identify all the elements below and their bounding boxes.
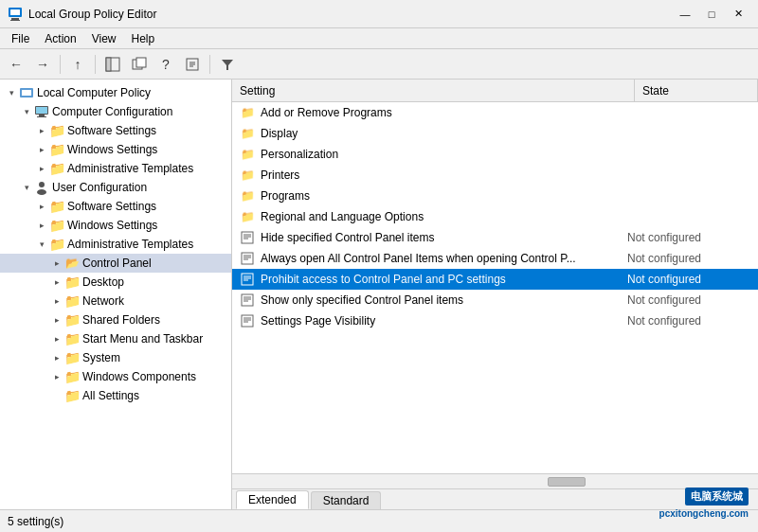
svg-marker-12 bbox=[222, 60, 233, 70]
tree-node-control-panel[interactable]: 📂 Control Panel bbox=[0, 254, 231, 273]
list-item-personalization[interactable]: 📁 Personalization bbox=[232, 144, 758, 165]
minimize-button[interactable]: — bbox=[673, 5, 697, 24]
user-config-label: User Configuration bbox=[52, 181, 147, 194]
title-bar: Local Group Policy Editor — □ ✕ bbox=[0, 0, 758, 28]
item-state-always-open: Not configured bbox=[627, 252, 750, 265]
shared-folders-label: Shared Folders bbox=[82, 313, 160, 327]
col-header-setting[interactable]: Setting bbox=[232, 80, 635, 101]
sw-settings-1-icon: 📁 bbox=[49, 123, 64, 138]
h-scrollbar[interactable] bbox=[232, 473, 758, 488]
tree-node-start-menu[interactable]: 📁 Start Menu and Taskbar bbox=[0, 329, 231, 348]
svg-rect-18 bbox=[37, 116, 46, 117]
list-item-add-remove[interactable]: 📁 Add or Remove Programs bbox=[232, 102, 758, 123]
network-icon: 📁 bbox=[64, 293, 80, 309]
watermark-line1: 电脑系统城 bbox=[685, 488, 749, 505]
admin-templates-1-expander[interactable] bbox=[34, 161, 49, 176]
item-state-prohibit-access: Not configured bbox=[627, 273, 750, 286]
policy-icon-settings-page bbox=[240, 313, 255, 328]
tree-panel[interactable]: Local Computer Policy Computer Configura… bbox=[0, 80, 232, 509]
menu-view[interactable]: View bbox=[84, 30, 124, 46]
win-settings-2-label: Windows Settings bbox=[67, 219, 157, 232]
tree-node-admin-templates-1[interactable]: 📁 Administrative Templates bbox=[0, 159, 231, 178]
back-button[interactable]: ← bbox=[4, 53, 28, 76]
item-name-show-only: Show only specified Control Panel items bbox=[261, 293, 627, 307]
control-panel-expander[interactable] bbox=[49, 256, 64, 271]
tree-node-user-config[interactable]: User Configuration bbox=[0, 178, 231, 197]
toolbar: ← → ↑ ? bbox=[0, 49, 758, 80]
toolbar-separator-2 bbox=[95, 55, 96, 74]
sw-settings-2-icon: 📁 bbox=[49, 199, 64, 214]
system-expander[interactable] bbox=[49, 350, 64, 365]
up-button[interactable]: ↑ bbox=[65, 53, 90, 76]
list-item-settings-page[interactable]: Settings Page Visibility Not configured bbox=[232, 310, 758, 331]
tree-node-computer-config[interactable]: Computer Configuration bbox=[0, 102, 231, 121]
list-item-always-open[interactable]: Always open All Control Panel Items when… bbox=[232, 248, 758, 269]
list-header: Setting State bbox=[232, 80, 758, 102]
tree-node-root[interactable]: Local Computer Policy bbox=[0, 83, 231, 102]
root-expander[interactable] bbox=[4, 85, 19, 100]
win-components-expander[interactable] bbox=[49, 369, 64, 384]
shared-folders-icon: 📁 bbox=[64, 312, 80, 328]
status-bar: 5 setting(s) bbox=[0, 509, 758, 532]
status-text: 5 setting(s) bbox=[8, 515, 63, 528]
admin-templates-2-icon: 📁 bbox=[49, 237, 64, 252]
new-window-button[interactable] bbox=[127, 53, 152, 76]
list-item-prohibit-access[interactable]: Prohibit access to Control Panel and PC … bbox=[232, 269, 758, 290]
sw-settings-2-expander[interactable] bbox=[34, 199, 49, 214]
policy-icon-always-open bbox=[240, 251, 255, 266]
user-icon bbox=[34, 180, 49, 195]
menu-file[interactable]: File bbox=[4, 30, 37, 46]
win-settings-1-expander[interactable] bbox=[34, 142, 49, 157]
tree-node-desktop[interactable]: 📁 Desktop bbox=[0, 273, 231, 292]
forward-button[interactable]: → bbox=[30, 53, 55, 76]
svg-rect-2 bbox=[11, 18, 19, 20]
export-button[interactable] bbox=[180, 53, 205, 76]
network-expander[interactable] bbox=[49, 293, 64, 309]
tree-node-win-settings-2[interactable]: 📁 Windows Settings bbox=[0, 216, 231, 235]
tree-node-shared-folders[interactable]: 📁 Shared Folders bbox=[0, 310, 231, 329]
tree-node-admin-templates-2[interactable]: 📁 Administrative Templates bbox=[0, 235, 231, 254]
tree-node-win-settings-1[interactable]: 📁 Windows Settings bbox=[0, 140, 231, 159]
admin-templates-2-expander[interactable] bbox=[34, 237, 49, 252]
policy-icon-show-only bbox=[240, 293, 255, 308]
tree-node-sw-settings-2[interactable]: 📁 Software Settings bbox=[0, 197, 231, 216]
list-item-printers[interactable]: 📁 Printers bbox=[232, 165, 758, 186]
tree-node-all-settings[interactable]: 📁 All Settings bbox=[0, 386, 231, 405]
close-button[interactable]: ✕ bbox=[726, 5, 750, 24]
shared-folders-expander[interactable] bbox=[49, 312, 64, 328]
menu-help[interactable]: Help bbox=[124, 30, 163, 46]
filter-button[interactable] bbox=[215, 53, 240, 76]
sw-settings-1-expander[interactable] bbox=[34, 123, 49, 138]
h-scrollbar-thumb[interactable] bbox=[548, 477, 586, 487]
desktop-expander[interactable] bbox=[49, 275, 64, 290]
win-settings-1-label: Windows Settings bbox=[67, 143, 157, 156]
svg-rect-29 bbox=[242, 274, 253, 285]
list-item-regional[interactable]: 📁 Regional and Language Options bbox=[232, 206, 758, 227]
svg-rect-7 bbox=[136, 58, 146, 67]
svg-rect-5 bbox=[106, 58, 111, 71]
show-hide-tree-button[interactable] bbox=[100, 53, 125, 76]
tab-extended[interactable]: Extended bbox=[236, 490, 309, 509]
help-button[interactable]: ? bbox=[153, 53, 178, 76]
col-header-state[interactable]: State bbox=[635, 80, 758, 101]
tab-standard[interactable]: Standard bbox=[311, 491, 382, 509]
app-icon bbox=[8, 7, 23, 22]
list-item-display[interactable]: 📁 Display bbox=[232, 123, 758, 144]
win-settings-2-expander[interactable] bbox=[34, 218, 49, 233]
tree-node-sw-settings-1[interactable]: 📁 Software Settings bbox=[0, 121, 231, 140]
list-item-hide-items[interactable]: Hide specified Control Panel items Not c… bbox=[232, 227, 758, 248]
start-menu-expander[interactable] bbox=[49, 331, 64, 346]
computer-config-expander[interactable] bbox=[19, 104, 34, 119]
root-label: Local Computer Policy bbox=[37, 86, 151, 99]
user-config-expander[interactable] bbox=[19, 180, 34, 195]
list-item-programs[interactable]: 📁 Programs bbox=[232, 186, 758, 206]
tree-node-win-components[interactable]: 📁 Windows Components bbox=[0, 367, 231, 386]
maximize-button[interactable]: □ bbox=[699, 5, 724, 24]
list-item-show-only[interactable]: Show only specified Control Panel items … bbox=[232, 290, 758, 310]
content-panel: Setting State 📁 Add or Remove Programs 📁… bbox=[232, 80, 758, 509]
tree-node-system[interactable]: 📁 System bbox=[0, 348, 231, 367]
menu-action[interactable]: Action bbox=[37, 30, 83, 46]
list-content[interactable]: 📁 Add or Remove Programs 📁 Display 📁 Per… bbox=[232, 102, 758, 473]
svg-rect-1 bbox=[10, 9, 20, 15]
tree-node-network[interactable]: 📁 Network bbox=[0, 292, 231, 310]
